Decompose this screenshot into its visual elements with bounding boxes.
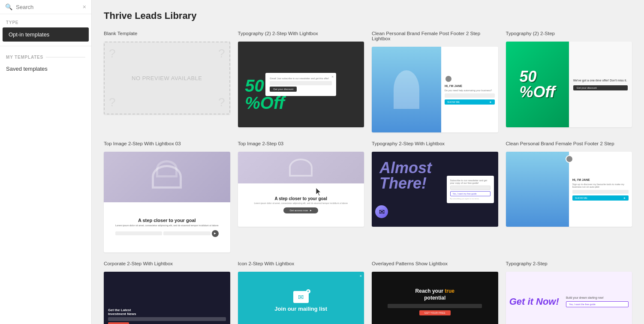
almost-email: [450, 186, 491, 190]
modal-email-input: [270, 81, 332, 85]
typo2b-left: Get it Now!: [506, 293, 563, 310]
template-grid: Blank Template ? ? ? ? NO PREVIEW AVAILA…: [104, 31, 632, 324]
template-label-topimg-03: Top Image 2-Step 03: [238, 141, 364, 149]
typo-lb-modal: × Great! Just subscribe to our newslette…: [265, 73, 336, 96]
cpb-avatar: [445, 75, 452, 83]
template-preview-blank[interactable]: ? ? ? ? NO PREVIEW AVAILABLE: [104, 42, 230, 114]
topimg-03-upper: [238, 152, 364, 183]
overlayed-title: Reach your truepotential: [415, 288, 454, 301]
icon-lb-close: ×: [360, 274, 362, 278]
cpb-name: HI, I'M JANE: [445, 84, 495, 87]
template-preview-typo-2step-lb[interactable]: AlmostThere! Subscribe to our newsletter…: [372, 152, 498, 227]
search-input[interactable]: [16, 4, 79, 10]
no-preview-text: NO PREVIEW AVAILABLE: [127, 71, 207, 86]
cpb2-content: HI, I'M JANE Sign up to discover my favo…: [569, 174, 632, 205]
get-it-now: Get it Now!: [509, 297, 559, 307]
template-card-corporate[interactable]: Corporate 2-Step With Lightbox Get the L…: [104, 261, 230, 324]
topimg-lower: A step closer to your goal Lorem ipsum d…: [109, 202, 225, 253]
template-preview-typo2[interactable]: 50%Off We've got a one-time offer! Don't…: [506, 42, 632, 127]
search-icon: 🔍: [5, 3, 12, 10]
page-title: Thrive Leads Library: [104, 10, 632, 21]
template-preview-cpb[interactable]: HI, I'M JANE Do you need help automating…: [372, 47, 498, 132]
cpb-email-input: [445, 93, 495, 98]
almost-btn: Yes, I want my free guide: [450, 191, 491, 196]
mail-graphic: ✉: [375, 205, 388, 218]
topimg-03-sub: Lorem ipsum dolor sit amet, consectetur …: [254, 202, 348, 205]
cpb2-btn: SHOW ME ►: [572, 195, 629, 201]
template-label-typo2: Typography (2) 2-Step: [506, 31, 632, 39]
template-label-icon-lb: Icon 2-Step With Lightbox: [238, 261, 364, 269]
cpb-sub: Do you need help automating your busines…: [445, 89, 495, 92]
type-label: TYPE: [0, 14, 91, 27]
typo2-btn: Get your discount: [573, 85, 628, 90]
template-card-topimg-03[interactable]: Top Image 2-Step 03 A step closer to you…: [238, 141, 364, 252]
template-label-topimg-lb: Top Image 2-Step With Lightbox 03: [104, 141, 230, 149]
typo2b-right: Build your dream starting now! Yes, I wa…: [563, 292, 632, 312]
template-card-cpb[interactable]: Clean Personal Brand Female Post Footer …: [372, 31, 498, 132]
template-card-topimg-lb[interactable]: Top Image 2-Step With Lightbox 03 A step…: [104, 141, 230, 252]
template-card-cpb2[interactable]: Clean Personal Brand Female Post Footer …: [506, 141, 632, 252]
template-card-blank[interactable]: Blank Template ? ? ? ? NO PREVIEW AVAILA…: [104, 31, 230, 132]
qmark-br: ?: [218, 96, 225, 109]
template-preview-typo2-b[interactable]: Get it Now! Build your dream starting no…: [506, 272, 632, 324]
sidebar-item-saved-templates[interactable]: Saved templates: [0, 62, 91, 75]
sidebar-divider: [0, 46, 91, 46]
template-preview-overlayed[interactable]: Reach your truepotential GET YOUR FREE: [372, 272, 498, 324]
template-card-typo-lb[interactable]: Typography (2) 2-Step With Lightbox 50%O…: [238, 31, 364, 132]
template-preview-topimg-03[interactable]: A step closer to your goal Lorem ipsum d…: [238, 152, 364, 227]
typo2-right: We've got a one-time offer! Don't miss i…: [569, 75, 632, 95]
cpb2-email: [572, 190, 629, 194]
cpb-image: [372, 47, 441, 132]
template-preview-typo-lb[interactable]: 50%Off × Great! Just subscribe to our ne…: [238, 42, 364, 127]
overlayed-btn: GET YOUR FREE: [419, 310, 451, 315]
template-preview-topimg-lb[interactable]: A step closer to your goal Lorem ipsum d…: [104, 152, 230, 252]
template-preview-icon-lb[interactable]: × ✉ + Join our mailing list: [238, 272, 364, 324]
modal-btn: Get your discount: [270, 87, 297, 92]
typo2b-btn: Yes, I want the free guide: [566, 301, 629, 307]
template-label-cpb: Clean Personal Brand Female Post Footer …: [372, 31, 498, 44]
almost-privacy: By subscribing you agree to our terms: [450, 198, 491, 200]
template-label-typo-lb: Typography (2) 2-Step With Lightbox: [238, 31, 364, 39]
template-label-overlayed: Overlayed Patterns Show Lightbox: [372, 261, 498, 269]
topimg-03-btn: Get access now ►: [283, 207, 318, 213]
template-label-cpb2: Clean Personal Brand Female Post Footer …: [506, 141, 632, 149]
icon-lb-title: Join our mailing list: [274, 306, 327, 312]
template-label-typo2-b: Typography 2-Step: [506, 261, 632, 269]
qmark-bl: ?: [109, 96, 116, 109]
template-card-typo-2step-lb[interactable]: Typography 2-Step With Lightbox AlmostTh…: [372, 141, 498, 252]
template-label-typo-2step-lb: Typography 2-Step With Lightbox: [372, 141, 498, 149]
topimg-03-lower: A step closer to your goal Lorem ipsum d…: [249, 183, 353, 227]
arch-03: [289, 159, 313, 177]
topimg-headline: A step closer to your goal: [138, 218, 196, 223]
template-card-icon-lb[interactable]: Icon 2-Step With Lightbox × ✉ + Join our…: [238, 261, 364, 324]
corp-btn: SUBSCRIBE: [108, 322, 129, 324]
my-templates-label: MY TEMPLATES: [0, 51, 91, 62]
submit-btn: ►: [212, 230, 219, 237]
template-preview-corporate[interactable]: Get the LatestInvestment News SUBSCRIBE: [104, 272, 230, 324]
cpb2-avatar: [566, 155, 573, 163]
modal-sub: Great! Just subscribe to our newsletter …: [270, 77, 332, 80]
corp-input: [108, 317, 226, 321]
typo2b-sub: Build your dream starting now!: [566, 296, 629, 299]
almost-modal: Subscribe to our newsletter and get your…: [447, 176, 494, 203]
search-bar: 🔍 ×: [0, 0, 91, 14]
qmark-tr: ?: [218, 47, 225, 60]
close-icon[interactable]: ×: [83, 3, 86, 10]
topimg-03-headline: A step closer to your goal: [275, 196, 327, 201]
cpb2-image: [506, 152, 569, 227]
main-content: Thrive Leads Library Blank Template ? ? …: [92, 0, 644, 324]
template-preview-cpb2[interactable]: HI, I'M JANE Sign up to discover my favo…: [506, 152, 632, 227]
template-label-corporate: Corporate 2-Step With Lightbox: [104, 261, 230, 269]
template-card-overlayed[interactable]: Overlayed Patterns Show Lightbox Reach y…: [372, 261, 498, 324]
topimg-sub: Lorem ipsum dolor sit amet, consectetur …: [115, 224, 219, 228]
typo2-left: 50%Off: [506, 42, 569, 127]
sidebar-item-opt-in-templates[interactable]: Opt-in templates: [3, 27, 89, 42]
sidebar: 🔍 × TYPE Opt-in templates MY TEMPLATES S…: [0, 0, 92, 324]
template-card-typo2-b[interactable]: Typography 2-Step Get it Now! Build your…: [506, 261, 632, 324]
almost-sub: Subscribe to our newsletter and get your…: [450, 179, 491, 184]
modal-close-icon: ×: [331, 75, 334, 79]
almost-big-text: AlmostThere!: [379, 160, 432, 191]
topimg-inputs: ►: [115, 230, 219, 237]
cpb-content: HI, I'M JANE Do you need help automating…: [441, 71, 498, 109]
template-card-typo2[interactable]: Typography (2) 2-Step 50%Off We've got a…: [506, 31, 632, 132]
